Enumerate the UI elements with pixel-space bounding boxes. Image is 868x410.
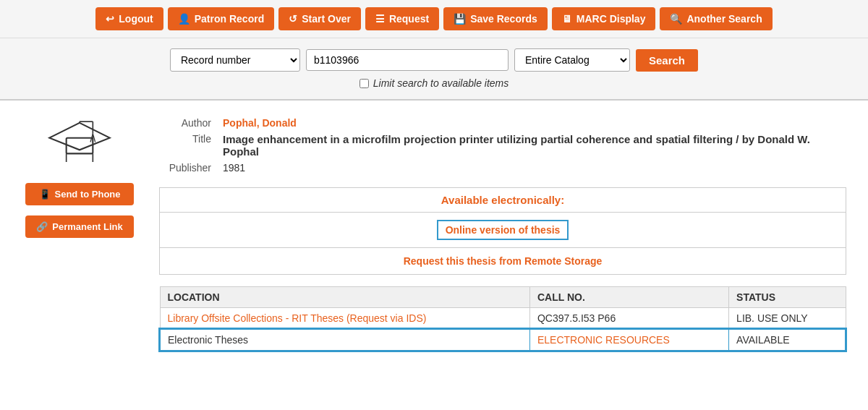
logout-button[interactable]: ↩ Logout <box>95 7 163 30</box>
save-icon: 💾 <box>454 13 466 25</box>
search-row: Record number Title Author Subject Keywo… <box>170 48 698 72</box>
svg-marker-0 <box>49 123 109 150</box>
online-thesis-row: Online version of thesis <box>160 212 846 247</box>
patron-icon: 👤 <box>178 13 190 25</box>
main-content: 📱 Send to Phone 🔗 Permanent Link Author … <box>0 101 868 366</box>
request-icon: ☰ <box>375 13 385 25</box>
another-search-button[interactable]: 🔍 Another Search <box>660 7 772 30</box>
col-callno: CALL NO. <box>529 287 728 308</box>
holdings-body: Library Offsite Collections - RIT Theses… <box>160 308 846 351</box>
callno-cell: QC397.5.I53 P66 <box>529 308 728 330</box>
search-type-select[interactable]: Record number Title Author Subject Keywo… <box>170 48 300 72</box>
table-row: Electronic ThesesELECTRONIC RESOURCESAVA… <box>160 329 846 351</box>
publisher-value: 1981 <box>217 160 846 176</box>
location-cell: Library Offsite Collections - RIT Theses… <box>160 308 529 330</box>
callno-link[interactable]: ELECTRONIC RESOURCES <box>537 334 670 346</box>
author-row: Author Pophal, Donald <box>159 115 846 131</box>
availability-section: Available electronically: Online version… <box>159 187 846 275</box>
holdings-header: LOCATION CALL NO. STATUS <box>160 287 846 308</box>
title-row: Title Image enhancement in a microfilm p… <box>159 131 846 160</box>
search-area: Record number Title Author Subject Keywo… <box>0 38 868 101</box>
permanent-link-button[interactable]: 🔗 Permanent Link <box>25 215 134 238</box>
search-input[interactable] <box>306 49 509 71</box>
phone-icon: 📱 <box>39 189 51 200</box>
link-icon: 🔗 <box>36 221 48 232</box>
col-status: STATUS <box>729 287 846 308</box>
publisher-row: Publisher 1981 <box>159 160 846 176</box>
availability-header: Available electronically: <box>160 188 846 212</box>
publisher-label: Publisher <box>159 160 217 176</box>
status-cell: AVAILABLE <box>729 329 846 351</box>
table-row: Library Offsite Collections - RIT Theses… <box>160 308 846 330</box>
status-cell: LIB. USE ONLY <box>729 308 846 330</box>
location-link[interactable]: Library Offsite Collections - RIT Theses… <box>168 312 427 324</box>
location-cell: Electronic Theses <box>160 329 529 351</box>
send-to-phone-button[interactable]: 📱 Send to Phone <box>25 183 134 205</box>
request-thesis-row: Request this thesis from Remote Storage <box>160 247 846 274</box>
graduation-cap-icon <box>43 115 116 173</box>
another-search-icon: 🔍 <box>670 13 682 25</box>
left-panel: 📱 Send to Phone 🔗 Permanent Link <box>22 115 137 351</box>
metadata-table: Author Pophal, Donald Title Image enhanc… <box>159 115 846 176</box>
limit-label: Limit search to available items <box>373 77 509 89</box>
holdings-header-row: LOCATION CALL NO. STATUS <box>160 287 846 308</box>
request-thesis-link[interactable]: Request this thesis from Remote Storage <box>404 255 603 267</box>
search-button[interactable]: Search <box>636 49 698 72</box>
col-location: LOCATION <box>160 287 529 308</box>
title-value: Image enhancement in a microfilm project… <box>217 131 846 160</box>
marc-display-button[interactable]: 🖥 MARC Display <box>552 7 656 30</box>
request-button[interactable]: ☰ Request <box>365 7 439 30</box>
author-value: Pophal, Donald <box>217 115 846 131</box>
limit-row: Limit search to available items <box>359 77 509 89</box>
start-over-button[interactable]: ↺ Start Over <box>278 7 361 30</box>
title-label: Title <box>159 131 217 160</box>
detail-panel: Author Pophal, Donald Title Image enhanc… <box>159 115 846 351</box>
holdings-table: LOCATION CALL NO. STATUS Library Offsite… <box>159 286 846 351</box>
marc-icon: 🖥 <box>562 13 572 25</box>
author-link[interactable]: Pophal, Donald <box>223 117 297 129</box>
save-records-button[interactable]: 💾 Save Records <box>443 7 548 30</box>
online-thesis-link[interactable]: Online version of thesis <box>437 220 569 240</box>
logout-icon: ↩ <box>106 13 114 25</box>
patron-record-button[interactable]: 👤 Patron Record <box>168 7 274 30</box>
limit-checkbox[interactable] <box>359 79 369 88</box>
toolbar: ↩ Logout 👤 Patron Record ↺ Start Over ☰ … <box>0 0 868 38</box>
callno-cell: ELECTRONIC RESOURCES <box>529 329 728 351</box>
start-over-icon: ↺ <box>289 13 297 25</box>
author-label: Author <box>159 115 217 131</box>
catalog-select[interactable]: Entire Catalog RIT Libraries Online Reso… <box>514 48 630 72</box>
